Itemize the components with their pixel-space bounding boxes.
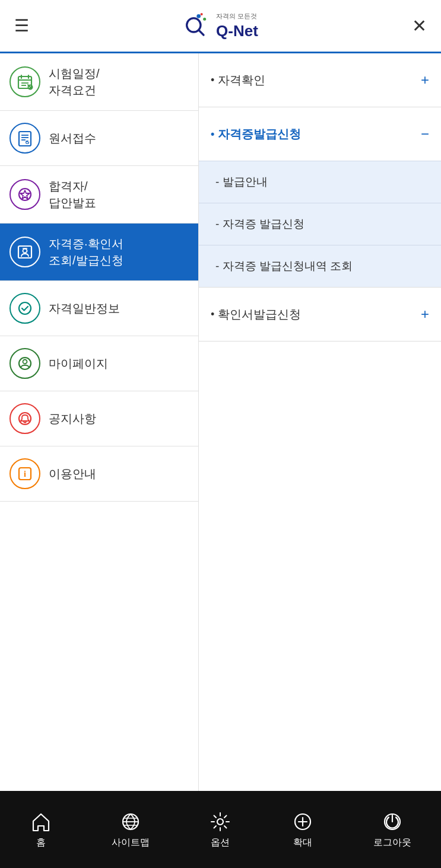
options-icon	[209, 810, 231, 833]
certificate-issue-item[interactable]: • 자격증발급신청 −	[199, 107, 441, 161]
header: ☰ 자격의 모든것 Q-Net ✕	[0, 0, 441, 53]
sidebar-item-application[interactable]: 원서접수	[0, 111, 198, 166]
qualification-check-text: 자격확인	[218, 72, 265, 88]
certificate-issue-toggle[interactable]: −	[421, 126, 429, 142]
svg-point-24	[23, 360, 27, 364]
notice-icon	[9, 403, 40, 434]
sitemap-icon	[119, 810, 142, 833]
sidebar-item-certificate[interactable]: 자격증·확인서조회/발급신청	[0, 224, 198, 281]
nav-zoom[interactable]: 확대	[291, 810, 314, 849]
nav-logout[interactable]: 로그아웃	[373, 810, 411, 849]
main-content: 시험일정/자격요건 원서접수	[0, 53, 441, 791]
nav-sitemap-label: 사이트맵	[112, 837, 150, 849]
close-icon[interactable]: ✕	[412, 15, 427, 36]
svg-point-4	[201, 12, 203, 15]
qualification-info-icon	[9, 293, 40, 324]
certificate-issue-subitems: - 발급안내 - 자격증 발급신청 - 자격증 발급신청내역 조회	[199, 161, 441, 287]
guide-icon: i	[9, 458, 40, 489]
qualification-check-toggle[interactable]: +	[421, 72, 429, 88]
qnet-logo-icon	[183, 11, 212, 41]
sidebar-item-exam-schedule[interactable]: 시험일정/자격요건	[0, 53, 198, 111]
section-certificate-issue: • 자격증발급신청 − - 발급안내 - 자격증 발급신청 - 자격증 발급신청…	[199, 107, 441, 288]
logo-subtitle: 자격의 모든것	[216, 12, 258, 21]
nav-zoom-label: 확대	[293, 837, 312, 849]
section-qualification-check: • 자격확인 +	[199, 53, 441, 107]
sidebar-item-qualification-info[interactable]: 자격일반정보	[0, 281, 198, 336]
qualification-check-label: • 자격확인	[211, 72, 265, 88]
nav-logout-label: 로그아웃	[373, 837, 411, 849]
sidebar-item-mypage[interactable]: 마이페이지	[0, 336, 198, 391]
svg-point-3	[203, 17, 206, 20]
confirmation-issue-toggle[interactable]: +	[421, 306, 429, 323]
svg-point-2	[196, 14, 201, 18]
confirmation-issue-text: 확인서발급신청	[218, 307, 301, 323]
svg-marker-18	[20, 190, 30, 199]
svg-point-22	[19, 302, 31, 314]
bottom-nav: 홈 사이트맵 옵션 확대 로그아웃	[0, 791, 441, 868]
sidebar-item-mypage-label: 마이페이지	[49, 355, 108, 372]
bullet-1: •	[211, 74, 214, 87]
svg-rect-12	[19, 132, 31, 146]
qualification-check-item[interactable]: • 자격확인 +	[199, 53, 441, 107]
sub-item-issue-guide[interactable]: - 발급안내	[199, 161, 441, 203]
sub-item-cert-issue-history[interactable]: - 자격증 발급신청내역 조회	[199, 245, 441, 287]
sidebar-item-notice-label: 공지사항	[49, 410, 96, 427]
sidebar: 시험일정/자격요건 원서접수	[0, 53, 199, 791]
zoom-icon	[291, 810, 314, 833]
nav-sitemap[interactable]: 사이트맵	[112, 810, 150, 849]
sidebar-item-guide-label: 이용안내	[49, 465, 96, 482]
svg-text:i: i	[24, 470, 26, 478]
application-icon	[9, 123, 40, 154]
mypage-icon	[9, 348, 40, 379]
sidebar-item-guide[interactable]: i 이용안내	[0, 446, 198, 502]
certificate-icon	[9, 237, 40, 267]
svg-line-1	[199, 30, 204, 34]
confirmation-issue-label: • 확인서발급신청	[211, 307, 301, 323]
certificate-issue-text: 자격증발급신청	[218, 126, 301, 142]
certificate-issue-label: • 자격증발급신청	[211, 126, 301, 142]
sub-item-cert-issue-request[interactable]: - 자격증 발급신청	[199, 203, 441, 245]
svg-point-32	[217, 819, 223, 825]
sidebar-item-results[interactable]: 합격자/답안발표	[0, 166, 198, 224]
results-icon	[9, 179, 40, 210]
exam-schedule-icon	[9, 66, 40, 97]
bullet-2: •	[211, 128, 214, 141]
sidebar-item-certificate-label: 자격증·확인서조회/발급신청	[49, 235, 123, 269]
sidebar-item-notice[interactable]: 공지사항	[0, 391, 198, 446]
logout-icon	[381, 810, 404, 833]
confirmation-issue-item[interactable]: • 확인서발급신청 +	[199, 288, 441, 341]
nav-home[interactable]: 홈	[30, 810, 52, 849]
home-icon	[30, 810, 52, 833]
sidebar-item-results-label: 합격자/답안발표	[49, 178, 96, 211]
nav-home-label: 홈	[36, 837, 46, 849]
section-confirmation-issue: • 확인서발급신청 +	[199, 288, 441, 342]
nav-options[interactable]: 옵션	[209, 810, 231, 849]
nav-options-label: 옵션	[211, 837, 230, 849]
sidebar-item-exam-schedule-label: 시험일정/자격요건	[49, 65, 100, 98]
sidebar-item-application-label: 원서접수	[49, 130, 96, 146]
svg-rect-19	[18, 246, 31, 258]
svg-point-20	[23, 249, 27, 253]
logo-text: Q-Net	[216, 22, 258, 40]
right-panel: • 자격확인 + • 자격증발급신청 − - 발급안내 - 자격증 발급신청 -…	[199, 53, 441, 791]
bullet-3: •	[211, 308, 214, 321]
menu-icon[interactable]: ☰	[14, 18, 29, 34]
logo: 자격의 모든것 Q-Net	[183, 11, 258, 41]
sidebar-item-qualification-info-label: 자격일반정보	[49, 300, 120, 317]
